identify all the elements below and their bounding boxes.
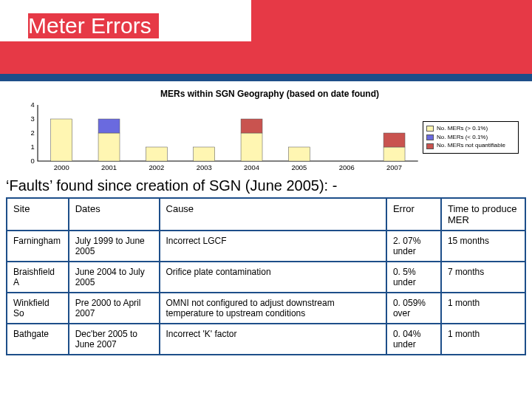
legend-item: No. MERs (< 0.1%) xyxy=(426,134,515,142)
legend-item: No. MERs (> 0.1%) xyxy=(426,125,515,133)
cell-time: 1 month xyxy=(441,324,525,355)
svg-text:2001: 2001 xyxy=(101,164,117,171)
cell-error: 0. 059% over xyxy=(386,293,441,324)
legend-label: No. MERs (> 0.1%) xyxy=(437,125,488,133)
cell-cause: Incorrect 'K' factor xyxy=(160,324,386,355)
svg-text:3: 3 xyxy=(31,115,35,123)
cell-time: 15 months xyxy=(441,231,525,262)
svg-text:0: 0 xyxy=(31,157,35,165)
cell-dates: June 2004 to July 2005 xyxy=(69,262,160,293)
col-cause: Cause xyxy=(160,198,386,231)
svg-rect-12 xyxy=(194,147,215,161)
faults-table: Site Dates Cause Error Time to produce M… xyxy=(6,197,526,355)
table-row: BathgateDec'ber 2005 to June 2007Incorre… xyxy=(7,324,525,355)
svg-text:2006: 2006 xyxy=(339,164,355,171)
page-title: Meter Errors xyxy=(28,13,159,38)
legend-label: No. MERs (< 0.1%) xyxy=(437,134,488,142)
svg-text:2005: 2005 xyxy=(291,164,307,171)
legend-swatch-icon xyxy=(426,143,434,149)
col-time: Time to produce MER xyxy=(441,198,525,231)
col-error: Error xyxy=(386,198,441,231)
table-row: Winkfield SoPre 2000 to April 2007OMNI n… xyxy=(7,293,525,324)
legend-swatch-icon xyxy=(426,134,434,140)
svg-rect-20 xyxy=(383,147,405,161)
cell-time: 1 month xyxy=(441,293,525,324)
cell-site: Braishfield A xyxy=(7,262,69,293)
cell-cause: Orifice plate contamination xyxy=(160,262,386,293)
svg-rect-8 xyxy=(98,119,120,133)
table-row: Braishfield AJune 2004 to July 2005Orifi… xyxy=(7,262,525,293)
sub-heading: ‘Faults’ found since creation of SGN (Ju… xyxy=(0,173,532,197)
cell-error: 2. 07% under xyxy=(386,231,441,262)
legend-swatch-icon xyxy=(426,126,434,132)
svg-text:4: 4 xyxy=(31,102,35,109)
divider-stripe xyxy=(0,74,532,81)
cell-dates: Dec'ber 2005 to June 2007 xyxy=(69,324,160,355)
svg-rect-7 xyxy=(98,133,120,161)
cell-cause: Incorrect LGCF xyxy=(160,231,386,262)
table-row: FarninghamJuly 1999 to June 2005Incorrec… xyxy=(7,231,525,262)
cell-error: 0. 5% under xyxy=(386,262,441,293)
svg-rect-5 xyxy=(51,119,72,161)
cell-error: 0. 04% under xyxy=(386,324,441,355)
svg-text:1: 1 xyxy=(31,143,35,151)
cell-time: 7 months xyxy=(441,262,525,293)
svg-rect-10 xyxy=(146,147,167,161)
legend-label: No. MERs not quantifiable xyxy=(437,142,505,150)
header-band: Meter Errors xyxy=(0,0,532,74)
svg-rect-17 xyxy=(288,147,310,161)
cell-site: Farningham xyxy=(7,231,69,262)
cell-dates: Pre 2000 to April 2007 xyxy=(69,293,160,324)
col-dates: Dates xyxy=(69,198,160,231)
svg-text:2000: 2000 xyxy=(54,164,69,171)
cell-site: Winkfield So xyxy=(7,293,69,324)
bar-chart: 0123420002001200220032004200520062007 xyxy=(21,102,423,173)
svg-text:2002: 2002 xyxy=(149,164,164,171)
svg-text:2007: 2007 xyxy=(386,164,402,171)
svg-rect-14 xyxy=(241,133,262,161)
svg-text:2: 2 xyxy=(31,129,35,137)
svg-text:2004: 2004 xyxy=(244,164,259,171)
legend-item: No. MERs not quantifiable xyxy=(426,142,515,150)
chart-legend: No. MERs (> 0.1%)No. MERs (< 0.1%)No. ME… xyxy=(423,121,519,154)
cell-site: Bathgate xyxy=(7,324,69,355)
svg-rect-15 xyxy=(241,119,262,133)
svg-rect-21 xyxy=(383,133,405,147)
svg-text:2003: 2003 xyxy=(197,164,212,171)
chart-title: MERs within SGN Geography (based on date… xyxy=(21,89,519,99)
col-site: Site xyxy=(7,198,69,231)
cell-dates: July 1999 to June 2005 xyxy=(69,231,160,262)
chart-area: MERs within SGN Geography (based on date… xyxy=(0,81,532,173)
cell-cause: OMNI not configured to adjust downstream… xyxy=(160,293,386,324)
